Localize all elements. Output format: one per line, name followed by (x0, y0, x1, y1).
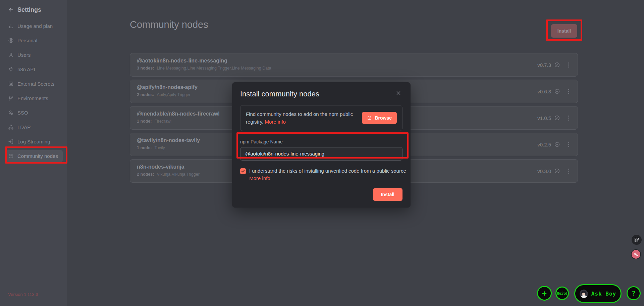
back-arrow-icon[interactable] (8, 7, 14, 13)
package-node-names: Line Messaging,Line Messaging Trigger,Li… (157, 66, 271, 71)
squares-plus-icon (634, 237, 639, 243)
sidebar-item-community-nodes[interactable]: Community nodes (0, 149, 67, 163)
overlay-plus-button[interactable]: + (537, 286, 552, 301)
log-stream-icon (8, 139, 14, 144)
package-node-count: 1 node: (137, 119, 152, 124)
npm-registry-callout: Find community nodes to add on the npm p… (240, 105, 402, 131)
sidebar-item-users[interactable]: Users (0, 48, 67, 62)
check-icon (241, 169, 245, 173)
page-title: Community nodes (130, 19, 208, 30)
package-card: @aotoki/n8n-nodes-line-messaging 3 nodes… (130, 53, 578, 77)
sidebar-item-n8n-api[interactable]: n8n API (0, 62, 67, 77)
user-icon (8, 52, 14, 58)
npm-package-input[interactable] (240, 147, 402, 161)
package-menu-button[interactable] (564, 165, 573, 177)
package-version: v0.6.3 (537, 89, 551, 94)
sidebar-header: Settings (0, 5, 67, 15)
modal-header: Install community nodes (240, 90, 402, 98)
check-circle-icon (554, 168, 560, 174)
modal-footer: Install (373, 188, 402, 201)
sidebar-item-sso[interactable]: SSO (0, 105, 67, 120)
settings-sidebar: Settings Usage and plan Personal Users n… (0, 0, 67, 306)
risk-text: I understand the risks of installing unv… (249, 168, 406, 174)
package-version: v0.2.5 (537, 142, 551, 147)
package-icon (8, 153, 14, 159)
sidebar-item-ldap[interactable]: LDAP (0, 120, 67, 134)
sidebar-item-external-secrets[interactable]: External Secrets (0, 77, 67, 91)
sidebar-title: Settings (17, 6, 41, 13)
package-menu-button[interactable] (564, 59, 573, 71)
risk-checkbox[interactable] (240, 168, 246, 174)
translate-widget-button[interactable] (631, 249, 641, 259)
n8n-settings-app: Settings Usage and plan Personal Users n… (0, 0, 644, 306)
external-link-icon (367, 116, 372, 121)
check-circle-icon (554, 115, 560, 121)
sidebar-item-environments[interactable]: Environments (0, 91, 67, 105)
ask-boy-avatar (580, 290, 588, 298)
install-community-nodes-modal: Install community nodes Find community n… (232, 82, 411, 208)
install-button[interactable]: Install (551, 24, 577, 38)
check-circle-icon (554, 88, 560, 94)
package-node-names: Tavily (154, 145, 165, 150)
modal-title: Install community nodes (240, 90, 319, 98)
hierarchy-icon (8, 124, 14, 130)
risk-more-info-link[interactable]: More info (249, 175, 406, 181)
sidebar-item-usage-and-plan[interactable]: Usage and plan (0, 19, 67, 33)
package-version: v0.7.3 (537, 62, 551, 68)
package-node-count: 2 nodes: (137, 92, 154, 97)
package-version: v0.3.0 (537, 168, 551, 174)
sidebar-item-personal[interactable]: Personal (0, 33, 67, 48)
package-node-count: 1 node: (137, 145, 152, 150)
package-name: n8n-nodes-vikunja (137, 164, 184, 170)
vault-icon (8, 81, 14, 87)
package-node-count: 3 nodes: (137, 66, 154, 71)
check-circle-icon (554, 141, 560, 147)
package-menu-button[interactable] (564, 139, 573, 150)
package-name: @mendable/n8n-nodes-firecrawl (137, 111, 220, 117)
callout-text: Find community nodes to add on the npm p… (246, 110, 357, 126)
check-circle-icon (554, 62, 560, 68)
close-icon[interactable] (396, 90, 402, 97)
package-node-names: Apify,Apify Trigger (157, 92, 191, 97)
version-label: Version 1.113.3 (8, 292, 38, 297)
risk-checkbox-row: I understand the risks of installing unv… (240, 168, 411, 181)
package-menu-button[interactable] (564, 112, 573, 124)
callout-more-info-link[interactable]: More info (265, 119, 286, 125)
sidebar-item-log-streaming[interactable]: Log Streaming (0, 134, 67, 149)
sidebar-nav: Usage and plan Personal Users n8n API Ex… (0, 19, 67, 163)
npm-package-label: npm Package Name (240, 139, 402, 144)
package-menu-button[interactable] (564, 86, 573, 97)
package-node-names: Vikunja,Vikunja Trigger (157, 172, 199, 177)
git-branch-icon (8, 95, 14, 101)
package-name: @tavily/n8n-nodes-tavily (137, 137, 200, 143)
browse-button[interactable]: Browse (362, 112, 397, 124)
package-name: @apify/n8n-nodes-apify (137, 84, 198, 90)
translate-icon (633, 252, 639, 257)
plug-icon (8, 67, 14, 72)
package-node-names: Firecrawl (154, 119, 171, 124)
modal-install-button[interactable]: Install (373, 188, 402, 201)
overlay-build-button[interactable]: Build (555, 287, 569, 300)
overlay-help-button[interactable]: ? (627, 286, 641, 300)
package-version: v1.0.5 (537, 115, 551, 121)
user-lock-icon (8, 110, 14, 116)
overlay-ask-boy-button[interactable]: Ask Boy (574, 284, 622, 303)
extensions-widget-button[interactable] (632, 235, 642, 245)
package-name: @aotoki/n8n-nodes-line-messaging (137, 58, 227, 64)
bar-chart-icon (8, 23, 14, 29)
user-circle-icon (8, 38, 14, 43)
package-node-count: 2 nodes: (137, 172, 154, 177)
npm-package-field: npm Package Name (240, 139, 402, 161)
